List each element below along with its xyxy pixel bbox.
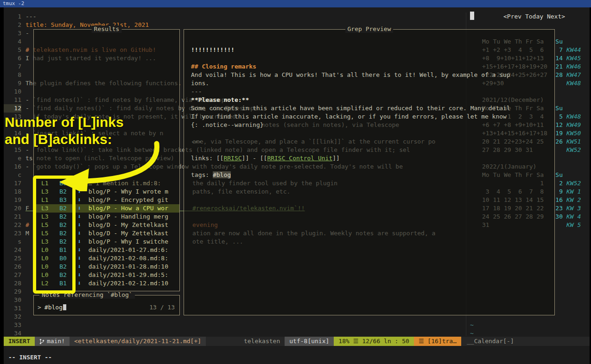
result-entry[interactable]: L3 B2 ⬇ blog/P - How a CPU wor xyxy=(34,204,179,213)
result-entry[interactable]: L5 B2 ⬇ blog/D - My Zettelkast xyxy=(34,229,179,238)
statusline: INSERT main! <ettelkasten/daily/2021-11-… xyxy=(4,337,590,346)
result-entry[interactable]: L2 B1 ⬇ daily/2021-02-12.md:10 xyxy=(34,279,179,288)
git-branch: main! xyxy=(35,337,70,346)
calendar-week-number: KW50 xyxy=(566,130,581,137)
buffer-line: - xyxy=(25,29,29,38)
preview-text: ## Closing remarks xyxy=(191,63,256,70)
links-count: L1 xyxy=(41,180,49,187)
down-arrow-icon: ⬇ xyxy=(77,196,81,203)
preview-text: ]] - [[ xyxy=(242,155,267,162)
down-arrow-icon: ⬇ xyxy=(77,246,81,253)
prompt-window-title: Notes referencing `#blog` xyxy=(39,291,135,299)
statusline-spacer xyxy=(206,337,239,346)
calendar-next-button[interactable]: Next> xyxy=(547,13,565,20)
links-count: L0 xyxy=(41,263,49,270)
preview-text: Some concepts in this article have been … xyxy=(191,105,510,112)
result-entry-text: blog/D - My Zettelkast xyxy=(89,230,168,237)
result-entry[interactable]: L0 B1 ⬇ daily/2021-01-27.md:6: xyxy=(34,246,179,254)
tmux-titlebar: tmux -2 xyxy=(0,0,591,7)
preview-line: tags: #blog xyxy=(191,171,231,179)
result-entry[interactable]: L0 B2 ⬇ daily/2021-01-28.md:10 xyxy=(34,263,179,271)
backlinks-count: B2 xyxy=(59,230,67,237)
preview-line: Some concepts in this article have been … xyxy=(191,104,510,113)
result-entry-text: blog/D - My Zettelkast xyxy=(89,221,168,228)
preview-line: {: .notice--warning} xyxy=(191,121,264,129)
calendar-week-number: KW52 xyxy=(566,180,581,187)
preview-line: !!!!!!!!!!!! xyxy=(191,46,235,54)
down-arrow-icon: ⬇ xyxy=(77,230,81,237)
result-entry[interactable]: L5 B2 ⬇ blog/D - My Zettelkast xyxy=(34,221,179,229)
calendar-prev-button[interactable]: <Prev xyxy=(503,13,525,20)
backlinks-count: B0 xyxy=(59,255,67,262)
result-entry-text: … i mention it.md:8: xyxy=(89,180,161,187)
result-entry[interactable]: L0 B2 ⬇ daily/2021-01-29.md:5: xyxy=(34,271,179,279)
result-entry-text: daily/2021-01-29.md:5: xyxy=(89,271,168,278)
backlinks-count: B1 xyxy=(59,246,67,253)
links-count: L0 xyxy=(41,271,49,278)
buffer-line: --- xyxy=(25,13,36,21)
preview-text: !!!!!!!!!!!! xyxy=(191,46,235,53)
result-entry-text: daily/2021-02-08.md:8: xyxy=(89,255,168,262)
tmux-title: tmux -2 xyxy=(3,0,24,6)
links-count: L2 xyxy=(41,280,49,287)
links-count: L5 xyxy=(41,230,49,237)
preview-text: {: .notice--warning} xyxy=(191,121,264,128)
backlinks-count: B2 xyxy=(59,263,67,270)
prompt-window: Notes referencing `#blog` >#blog 13 / 13 xyxy=(33,295,180,315)
calendar-week-number: KW48 xyxy=(566,80,581,87)
preview-line: If you find this article inaccurate, lac… xyxy=(191,113,507,121)
calendar-week-number: KW44 xyxy=(566,46,581,53)
terminal: 123456789101112131415e16c17181920212223s… xyxy=(4,7,590,364)
links-count: L3 xyxy=(41,213,49,220)
backlinks-count: B2 xyxy=(59,205,67,212)
backlinks-count: B1 xyxy=(59,280,67,287)
calendar-week-number: KW45 xyxy=(566,55,581,62)
down-arrow-icon: ⬇ xyxy=(77,188,81,195)
result-entry-text: blog/P - Why I wrote m xyxy=(89,188,168,195)
command-line-mode-text: -- INSERT -- xyxy=(8,354,52,361)
calendar-week-number: KW 5 xyxy=(566,221,581,228)
encoding-indicator: utf-8[unix] xyxy=(285,337,334,346)
calendar-week-number: KW49 xyxy=(566,121,581,128)
calendar-week-number: KW48 xyxy=(566,113,581,120)
result-entry[interactable]: L1 B3 ⬇ blog/P - Encrypted git xyxy=(34,196,179,204)
result-entry[interactable]: L3 B2 ⬇ blog/P - Handling merg xyxy=(34,213,179,221)
preview-text: tags: xyxy=(191,171,213,178)
preview-line: --- xyxy=(191,138,202,146)
preview-line: links: [[RRISC]] - [[RRISC Control Unit]… xyxy=(191,154,340,163)
cursor-position: 18% ☰ 12/66 ln : 50 xyxy=(334,337,414,346)
backlinks-count: B2 xyxy=(59,238,67,245)
preview-text: ions. xyxy=(191,80,209,87)
git-branch-icon xyxy=(39,339,44,345)
result-entry-text: daily/2021-02-12.md:10 xyxy=(89,280,168,287)
branch-name: main! xyxy=(47,337,65,346)
preview-line: And voila! This is how a CPU works! That… xyxy=(191,71,510,79)
down-arrow-icon: ⬇ xyxy=(77,280,81,287)
calendar-week-number: KW 3 xyxy=(566,205,581,212)
cursor-caret xyxy=(63,304,66,310)
calendar-statusline: __Calendar[-] xyxy=(461,337,590,346)
prompt-char: > xyxy=(38,304,41,311)
empty-line-tilde: ~ xyxy=(469,321,474,329)
backlinks-count: B2 xyxy=(59,213,67,220)
down-arrow-icon: ⬇ xyxy=(77,205,81,212)
result-entry[interactable]: L0 B0 ⬇ daily/2021-02-08.md:8: xyxy=(34,254,179,263)
preview-text: --- xyxy=(191,88,202,95)
links-count: L5 xyxy=(41,221,49,228)
plugin-name: telekasten xyxy=(239,337,285,346)
results-window-title: Results xyxy=(92,25,122,33)
down-arrow-icon: ⬇ xyxy=(77,238,81,245)
calendar-week-number: KW51 xyxy=(566,138,581,145)
down-arrow-icon: ⬇ xyxy=(77,213,81,220)
tag-chip: #blog xyxy=(213,171,231,178)
calendar-nav: <Prev Today Next> xyxy=(469,13,565,21)
calendar-today-button[interactable]: Today xyxy=(525,13,547,20)
preview-text: If you find this article inaccurate, lac… xyxy=(191,113,507,120)
links-count: L3 xyxy=(41,188,49,195)
result-entry[interactable]: L3 B2 ⬇ blog/P - Why I wrote m xyxy=(34,188,179,196)
result-entry[interactable]: L1 B0 ⬇ … i mention it.md:8: xyxy=(34,179,179,188)
down-arrow-icon: ⬇ xyxy=(77,271,81,278)
backlinks-count: B0 xyxy=(59,180,67,187)
result-entry-text: blog/P - How a CPU wor xyxy=(89,205,168,212)
result-entry[interactable]: L3 B2 ⬇ blog/P - Why I switche xyxy=(34,238,179,246)
